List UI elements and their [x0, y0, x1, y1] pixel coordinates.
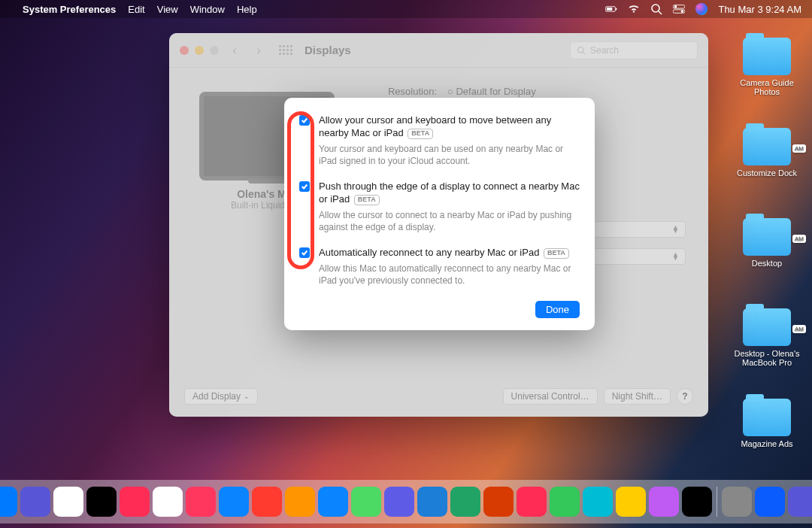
folder-icon	[743, 308, 791, 346]
spotlight-icon[interactable]	[650, 3, 662, 15]
dock	[0, 480, 812, 523]
dock-app-icon[interactable]	[0, 487, 17, 517]
window-menu[interactable]: Window	[190, 4, 225, 15]
dock-app-icon[interactable]	[722, 487, 752, 517]
dock-app-icon[interactable]	[120, 487, 150, 517]
folder-label: Magazine Ads	[734, 439, 800, 448]
dock-app-icon[interactable]	[682, 487, 712, 517]
folder-icon	[743, 218, 791, 256]
beta-badge: BETA	[408, 129, 433, 139]
siri-icon[interactable]	[695, 3, 707, 15]
dock-app-icon[interactable]	[616, 487, 646, 517]
dock-app-icon[interactable]	[219, 487, 249, 517]
svg-line-4	[659, 11, 662, 14]
dock-app-icon[interactable]	[755, 487, 785, 517]
dock-app-icon[interactable]	[86, 487, 117, 517]
dock-app-icon[interactable]	[318, 487, 348, 517]
dock-app-icon[interactable]	[384, 487, 414, 517]
dock-app-icon[interactable]	[186, 487, 216, 517]
menubar: System Preferences Edit View Window Help…	[0, 0, 812, 18]
folder-label: Customize Dock	[734, 168, 800, 178]
folder-label: Desktop	[734, 259, 800, 268]
folder-label: Desktop - Olena's MacBook Pro	[734, 349, 800, 367]
clock[interactable]: Thu Mar 3 9:24 AM	[718, 4, 801, 15]
dock-app-icon[interactable]	[583, 487, 613, 517]
folder-icon	[743, 38, 791, 75]
option-description: Your cursor and keyboard can be used on …	[319, 143, 580, 167]
dock-app-icon[interactable]	[649, 487, 679, 517]
desktop-folder[interactable]: AMDesktop	[734, 218, 800, 268]
option-description: Allow the cursor to connect to a nearby …	[319, 209, 580, 233]
option-title: Automatically reconnect to any nearby Ma…	[319, 247, 580, 259]
edit-menu[interactable]: Edit	[128, 4, 144, 15]
folder-icon	[743, 399, 791, 436]
dock-app-icon[interactable]	[417, 487, 447, 517]
desktop-folder[interactable]: Magazine Ads	[734, 399, 800, 448]
universal-control-sheet: Allow your cursor and keyboard to move b…	[284, 98, 595, 330]
desktop-folder[interactable]: Camera Guide Photos	[734, 38, 800, 96]
dock-app-icon[interactable]	[351, 487, 381, 517]
view-menu[interactable]: View	[157, 4, 178, 15]
dock-app-icon[interactable]	[285, 487, 315, 517]
dock-app-icon[interactable]	[252, 487, 282, 517]
dock-app-icon[interactable]	[153, 487, 183, 517]
wifi-icon[interactable]	[628, 3, 640, 15]
beta-badge: BETA	[544, 248, 569, 259]
desktop-folder[interactable]: AMDesktop - Olena's MacBook Pro	[734, 308, 800, 367]
folder-icon	[743, 128, 791, 165]
svg-rect-2	[616, 8, 617, 11]
svg-rect-1	[607, 8, 612, 11]
beta-badge: BETA	[354, 195, 380, 205]
app-menu[interactable]: System Preferences	[23, 4, 116, 15]
folder-label: Camera Guide Photos	[734, 78, 800, 96]
battery-icon[interactable]	[605, 3, 617, 15]
svg-point-6	[674, 5, 677, 8]
control-center-icon[interactable]	[673, 3, 685, 15]
option-title: Allow your cursor and keyboard to move b…	[319, 114, 580, 140]
dock-app-icon[interactable]	[450, 487, 480, 517]
svg-point-8	[681, 10, 684, 13]
dock-app-icon[interactable]	[550, 487, 580, 517]
checkbox-option-0[interactable]	[299, 115, 310, 126]
option-description: Allow this Mac to automatically reconnec…	[319, 262, 580, 287]
desktop-folder[interactable]: AMCustomize Dock	[734, 128, 800, 178]
dock-app-icon[interactable]	[483, 487, 514, 517]
dock-app-icon[interactable]	[53, 487, 83, 517]
dock-app-icon[interactable]	[20, 487, 50, 517]
dock-app-icon[interactable]	[517, 487, 547, 517]
dock-app-icon[interactable]	[788, 487, 812, 517]
checkbox-option-2[interactable]	[299, 247, 310, 258]
help-menu[interactable]: Help	[237, 4, 257, 15]
done-button[interactable]: Done	[535, 301, 580, 318]
checkbox-option-1[interactable]	[299, 181, 310, 192]
svg-point-3	[652, 5, 659, 12]
option-title: Push through the edge of a display to co…	[319, 181, 580, 206]
